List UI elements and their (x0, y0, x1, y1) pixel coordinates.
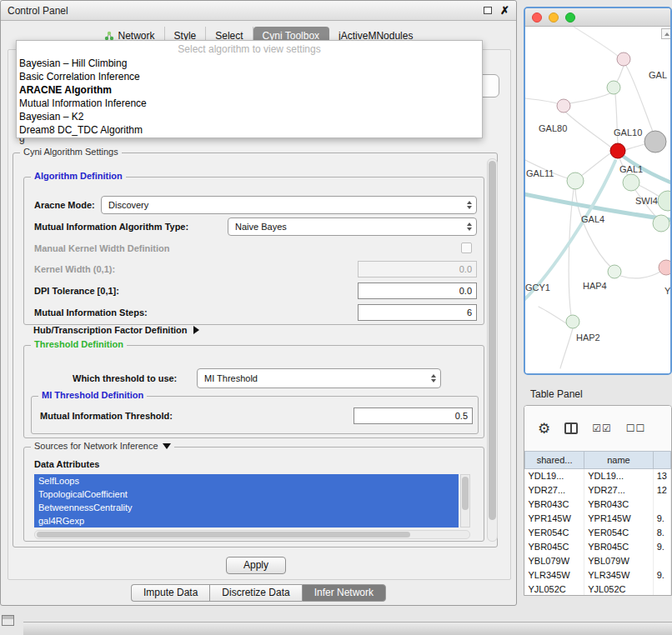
sources-toggle[interactable]: Sources for Network Inference (31, 441, 174, 451)
gear-icon[interactable]: ⚙ (538, 420, 550, 438)
columns-icon[interactable] (564, 422, 578, 434)
tab-discretize-data[interactable]: Discretize Data (209, 584, 301, 602)
network-node[interactable] (658, 191, 670, 211)
kernel-width-field[interactable] (358, 261, 477, 278)
network-canvas[interactable]: GALGAL80GAL10GAL11GAL1SWI4GAL4GCY1HAP4YH… (525, 27, 670, 375)
table-row[interactable]: YBL079WYBL079W (525, 554, 671, 568)
mi-algorithm-type-combo[interactable]: Naive Bayes (228, 218, 477, 236)
table-row[interactable]: YBR043CYBR043C (525, 498, 671, 512)
network-node[interactable] (557, 99, 570, 112)
algorithm-definition-group: Algorithm Definition Aracne Mode: Discov… (23, 177, 484, 325)
table-cell[interactable]: 9. (653, 540, 670, 554)
minimize-button[interactable] (549, 12, 559, 22)
apply-button[interactable]: Apply (226, 557, 286, 574)
deselect-all-columns-icon[interactable]: ☐☐ (626, 422, 646, 434)
manual-kernel-width-checkbox[interactable] (461, 242, 472, 253)
dropdown-item[interactable]: Basic Correlation Inference (17, 70, 482, 83)
table-cell[interactable]: YJL052C (584, 582, 654, 597)
network-edge (566, 92, 612, 104)
table-cell[interactable]: 9. (653, 512, 670, 526)
table-cell[interactable]: YER054C (525, 526, 584, 540)
network-node[interactable] (607, 81, 620, 94)
which-threshold-combo[interactable]: MI Threshold (197, 368, 441, 388)
combo-arrows-icon (467, 201, 472, 209)
table-cell[interactable] (653, 554, 670, 568)
scrollbar-thumb[interactable] (462, 477, 469, 510)
table-cell[interactable]: YBL079W (525, 554, 584, 568)
attribute-list-vertical-scrollbar[interactable] (460, 474, 470, 528)
table-row[interactable]: YDR27...YDR27...12 (525, 483, 671, 498)
network-node[interactable] (623, 174, 639, 191)
network-node[interactable] (644, 131, 666, 152)
network-node[interactable] (610, 143, 625, 158)
dpi-tolerance-field[interactable] (358, 282, 477, 299)
list-item[interactable]: TopologicalCoefficient (34, 488, 459, 501)
table-cell[interactable] (653, 498, 670, 512)
table-row[interactable]: YDL19...YDL19...13 (525, 469, 671, 483)
network-node[interactable] (653, 215, 669, 232)
table-cell[interactable]: YLR345W (584, 568, 654, 582)
list-item[interactable]: BetweennessCentrality (34, 501, 459, 514)
control-panel-titlebar[interactable]: Control Panel ✗ (1, 1, 516, 21)
table-cell[interactable]: YER054C (584, 526, 654, 540)
attribute-list-horizontal-scrollbar[interactable] (34, 530, 470, 539)
close-icon[interactable]: ✗ (500, 5, 509, 16)
zoom-button[interactable] (565, 12, 575, 22)
scrollbar-thumb[interactable] (489, 161, 496, 520)
network-node[interactable] (567, 172, 584, 189)
minimized-panel-icon[interactable] (2, 615, 14, 626)
table-cell[interactable]: 8. (653, 526, 670, 540)
table-row[interactable]: YER054CYER054C8. (525, 526, 671, 540)
network-node[interactable] (617, 52, 630, 66)
table-cell[interactable]: YLR345W (525, 568, 584, 582)
table-cell[interactable]: YDR27... (584, 483, 654, 498)
dropdown-item[interactable]: Mutual Information Inference (17, 97, 482, 110)
table-cell[interactable] (653, 582, 670, 597)
table-cell[interactable]: YPR145W (525, 512, 584, 526)
cyni-mode-tab-bar: Impute Data Discretize Data Infer Networ… (1, 584, 516, 602)
select-all-columns-icon[interactable]: ☑☑ (592, 422, 612, 434)
scrollbar-up-arrow[interactable] (661, 28, 672, 39)
table-cell[interactable]: YBR043C (525, 498, 584, 512)
table-cell[interactable]: YBR043C (584, 498, 654, 512)
table-row[interactable]: YBR045CYBR045C9. (525, 540, 671, 554)
table-cell[interactable]: YBR045C (525, 540, 584, 554)
dropdown-item[interactable]: Dream8 DC_TDC Algorithm (17, 123, 482, 137)
tab-impute-data[interactable]: Impute Data (131, 584, 209, 602)
table-cell[interactable]: YDL19... (525, 469, 584, 483)
table-cell[interactable]: YDR27... (525, 483, 584, 498)
table-row[interactable]: YPR145WYPR145W9. (525, 512, 671, 526)
hub-transcription-factor-toggle[interactable]: Hub/Transcription Factor Definition (33, 325, 199, 335)
table-row[interactable]: YJL052CYJL052C (525, 582, 671, 597)
dropdown-item[interactable]: Bayesian – Hill Climbing (17, 57, 482, 70)
dropdown-placeholder: Select algorithm to view settings (17, 42, 482, 57)
table-cell[interactable]: YPR145W (584, 512, 654, 526)
table-cell[interactable]: 12 (653, 483, 670, 498)
mi-steps-field[interactable] (358, 304, 477, 321)
float-window-icon[interactable] (484, 7, 492, 14)
scrollbar-thumb[interactable] (37, 532, 410, 538)
column-header-partial[interactable] (653, 452, 670, 469)
list-item[interactable]: gal4RGexp (34, 514, 459, 528)
mi-threshold-field[interactable] (354, 408, 473, 424)
table-cell[interactable]: YBR045C (584, 540, 654, 554)
network-node[interactable] (566, 315, 579, 328)
settings-vertical-scrollbar[interactable] (487, 158, 498, 542)
table-cell[interactable]: 13 (653, 469, 670, 483)
table-cell[interactable]: YDL19... (584, 469, 654, 483)
close-button[interactable] (532, 12, 542, 22)
table-cell[interactable]: YBL079W (584, 554, 654, 568)
dropdown-item[interactable]: Bayesian – K2 (17, 110, 482, 123)
network-node[interactable] (659, 260, 670, 275)
table-row[interactable]: YLR345WYLR345W9. (525, 568, 671, 582)
network-window-titlebar[interactable] (525, 8, 670, 27)
table-cell[interactable]: YJL052C (525, 582, 584, 597)
aracne-mode-combo[interactable]: Discovery (101, 196, 477, 214)
list-item[interactable]: SelfLoops (34, 474, 459, 488)
dropdown-item-selected[interactable]: ARACNE Algorithm (17, 83, 482, 97)
network-node[interactable] (608, 265, 621, 278)
column-header-name[interactable]: name (584, 452, 654, 469)
tab-infer-network[interactable]: Infer Network (302, 584, 386, 602)
column-header-shared-name[interactable]: shared... (525, 452, 584, 469)
table-cell[interactable]: 9. (653, 568, 670, 582)
